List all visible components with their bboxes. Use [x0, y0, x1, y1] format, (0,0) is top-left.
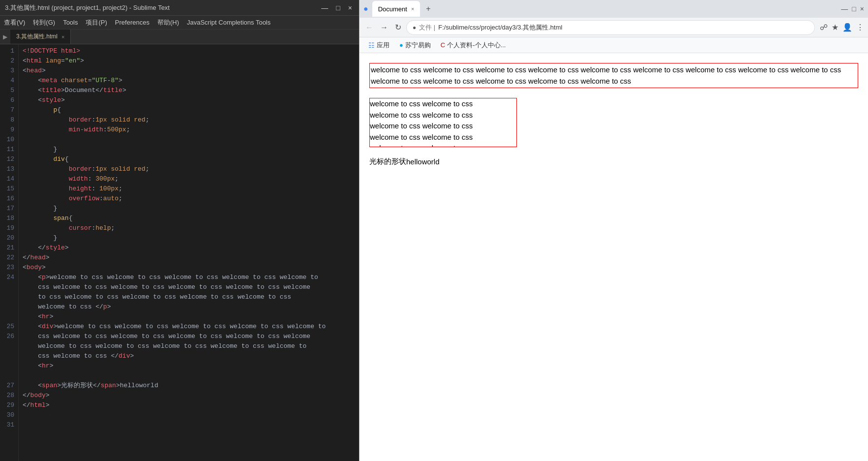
close-button[interactable]: × [346, 4, 354, 12]
browser-panel: ● Document × + — □ × ← → ↻ ● 文件 | F:/sub… [359, 0, 868, 461]
menu-js-completions[interactable]: JavaScript Completions Tools [187, 19, 270, 26]
demo-paragraph: welcome to css welcome to css welcome to… [369, 63, 858, 88]
apps-grid-icon: ☷ [368, 41, 375, 49]
after-span-text: helloworld [406, 157, 440, 166]
demo-span[interactable]: 光标的形状 [369, 157, 406, 166]
demo-div[interactable]: welcome to css welcome to css welcome to… [369, 98, 517, 147]
editor-tab[interactable]: 3.其他属性.html × [10, 30, 71, 44]
bookmark-apps-label: 应用 [377, 41, 389, 50]
address-bar[interactable]: ● 文件 | F:/sublime/css/project/day3/3.其他属… [406, 20, 815, 35]
refresh-button[interactable]: ↻ [393, 21, 403, 34]
browser-tab-title: Document [378, 5, 407, 13]
browser-tab-close[interactable]: × [411, 6, 414, 12]
browser-tab[interactable]: Document × [372, 1, 420, 17]
browser-maximize[interactable]: □ [852, 5, 856, 13]
menu-view[interactable]: 查看(V) [4, 18, 25, 27]
bookmark-personal[interactable]: C 个人资料-个人中心... [438, 40, 509, 51]
editor-title: 3.其他属性.html (project, project1, project2… [5, 3, 170, 12]
suning-icon: ● [399, 41, 403, 49]
bookmark-personal-label: 个人资料-个人中心... [447, 41, 506, 50]
menu-bar: 查看(V) 转到(G) Tools 项目(P) Preferences 帮助(H… [0, 16, 359, 30]
bookmark-apps[interactable]: ☷ 应用 [365, 40, 392, 51]
demo-div-line-2: welcome to css welcome to css [370, 111, 473, 119]
back-button[interactable]: ← [363, 21, 375, 34]
menu-icon[interactable]: ⋮ [856, 23, 864, 32]
bookmarks-bar: ☷ 应用 ● 苏宁易购 C 个人资料-个人中心... [359, 37, 868, 53]
user-icon[interactable]: 👤 [842, 23, 852, 32]
title-bar: 3.其他属性.html (project, project1, project2… [0, 0, 359, 16]
editor-panel: 3.其他属性.html (project, project1, project2… [0, 0, 359, 461]
tab-filename: 3.其他属性.html [16, 32, 58, 41]
title-controls: — □ × [319, 4, 354, 12]
code-content[interactable]: <!DOCTYPE html> <html lang="en"> <head> … [19, 44, 359, 461]
menu-tools[interactable]: Tools [63, 19, 78, 26]
bookmark-suning[interactable]: ● 苏宁易购 [396, 40, 434, 51]
translate-icon[interactable]: ☍ [820, 23, 828, 32]
maximize-button[interactable]: □ [334, 4, 342, 12]
forward-button[interactable]: → [378, 21, 390, 34]
demo-div-line-4: welcome to css welcome to css [370, 133, 473, 141]
line-numbers: 12345 678910 1112131415 1617181920 21222… [0, 44, 19, 461]
browser-title-controls: — □ × [841, 5, 864, 13]
demo-div-line-3: welcome to css welcome to css [370, 122, 473, 130]
browser-favicon: ● [363, 4, 368, 13]
tab-scroll-left[interactable]: ▶ [0, 30, 10, 44]
browser-close[interactable]: × [860, 5, 864, 13]
star-icon[interactable]: ★ [832, 23, 838, 32]
address-path: F:/sublime/css/project/day3/3.其他属性.html [438, 23, 562, 32]
bookmark-suning-label: 苏宁易购 [405, 41, 431, 50]
nav-icons: ☍ ★ 👤 ⋮ [820, 23, 864, 32]
menu-goto[interactable]: 转到(G) [33, 18, 55, 27]
browser-minimize[interactable]: — [841, 5, 848, 13]
menu-help[interactable]: 帮助(H) [157, 18, 179, 27]
demo-div-line-5: welcome to css welcome to css [370, 144, 473, 147]
browser-titlebar: ● Document × + — □ × [359, 0, 868, 18]
personal-icon: C [441, 41, 445, 49]
demo-div-line-1: welcome to css welcome to css [370, 99, 473, 108]
demo-cursor-area: 光标的形状helloworld [369, 157, 858, 166]
new-tab-button[interactable]: + [426, 4, 430, 13]
address-protocol: 文件 | [419, 23, 435, 32]
code-area[interactable]: 12345 678910 1112131415 1617181920 21222… [0, 44, 359, 461]
tab-bar: ▶ 3.其他属性.html × [0, 30, 359, 44]
demo-div-wrapper: welcome to css welcome to css welcome to… [369, 98, 858, 147]
minimize-button[interactable]: — [319, 4, 330, 12]
lock-icon: ● [413, 24, 416, 31]
menu-project[interactable]: 项目(P) [86, 18, 107, 27]
browser-content: welcome to css welcome to css welcome to… [359, 53, 868, 461]
menu-preferences[interactable]: Preferences [115, 19, 150, 26]
tab-close-button[interactable]: × [61, 34, 64, 40]
browser-navbar: ← → ↻ ● 文件 | F:/sublime/css/project/day3… [359, 18, 868, 37]
